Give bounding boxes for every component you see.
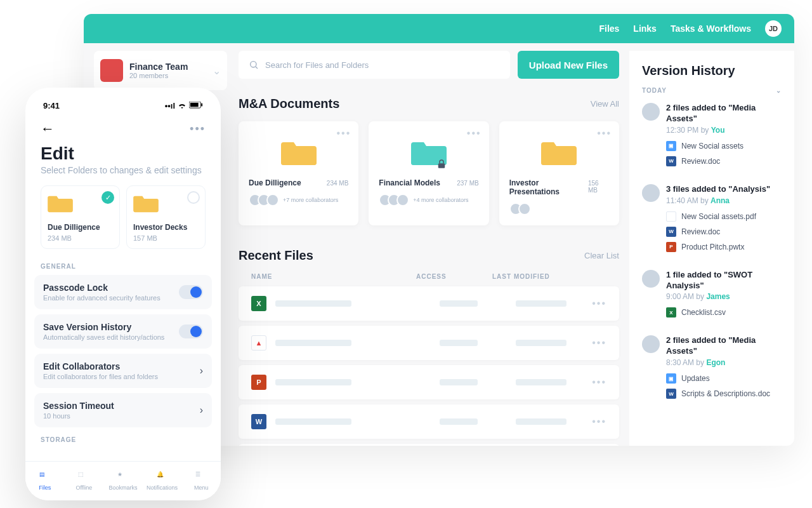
history-file[interactable]: WScripts & Descriptions.doc (666, 389, 782, 399)
file-access-placeholder (440, 418, 478, 425)
status-bar: 9:41 ••ıl (25, 99, 221, 112)
section-title-docs: M&A Documents (239, 97, 339, 111)
more-icon[interactable]: ••• (592, 377, 606, 388)
settings-row[interactable]: Passcode LockEnable for advanced securit… (34, 275, 212, 309)
table-header: NAME ACCESS LAST MODIFIED (239, 273, 619, 280)
history-date-label[interactable]: TODAY ⌄ (642, 87, 782, 94)
history-headline: 1 file added to "SWOT Analysis" (666, 270, 782, 291)
tab-offline[interactable]: ⬚ Offline (65, 462, 104, 500)
file-name-placeholder (275, 300, 351, 307)
battery-icon (189, 101, 203, 110)
toggle[interactable] (179, 324, 203, 338)
view-all-link[interactable]: View All (591, 99, 619, 109)
more-icon[interactable]: ••• (190, 123, 206, 136)
checkbox[interactable]: ✓ (102, 191, 114, 204)
section-label-general: GENERAL (25, 259, 221, 275)
folder-size: 157 MB (133, 234, 199, 242)
mobile-title: Edit (25, 144, 221, 164)
file-modified-placeholder (516, 340, 566, 346)
history-file[interactable]: ▣Updates (666, 373, 782, 384)
folder-name: Due Dilligence (249, 178, 301, 187)
checkbox[interactable] (187, 191, 200, 204)
history-title: Version History (642, 64, 782, 78)
doc-icon: W (666, 227, 676, 237)
team-selector[interactable]: Finance Team 20 members ⌄ (94, 51, 227, 90)
file-modified-placeholder (516, 300, 566, 307)
tab-bookmarks[interactable]: ★ Bookmarks (103, 462, 143, 500)
folder-card[interactable]: ••• Investor Presentations156 MB (499, 121, 619, 225)
history-file[interactable]: ▣New Social assets (666, 141, 782, 151)
tab-bar: ▤ Files ⬚ Offline ★ Bookmarks 🔔 Notifica… (25, 461, 221, 500)
avatar[interactable]: JD (765, 20, 782, 37)
folder-select-card[interactable]: Investor Decks 157 MB (126, 185, 206, 249)
bookmarks-icon: ★ (117, 471, 129, 483)
pdf-icon: ▲ (666, 211, 676, 222)
chevron-down-icon: ⌄ (776, 87, 782, 94)
collab-text: +4 more collaborators (413, 197, 468, 203)
file-row[interactable]: P ••• (239, 365, 619, 399)
folder-card[interactable]: ••• Financial Models237 MB +4 more colla… (369, 121, 488, 225)
ppt-icon: P (666, 242, 676, 252)
section-label-storage: STORAGE (25, 432, 221, 448)
file-name-placeholder (275, 418, 351, 425)
folder-icon (379, 130, 478, 175)
folder-icon (509, 130, 609, 175)
user-avatar (642, 184, 660, 202)
history-file[interactable]: ▲New Social assets.pdf (666, 211, 782, 222)
search-input[interactable]: Search for Files and Folders (239, 51, 510, 79)
folder-card[interactable]: ••• Due Dilligence234 MB +7 more collabo… (239, 121, 358, 225)
team-members: 20 members (129, 72, 188, 79)
history-item: 2 files added to "Media Assets" 8:30 AM … (642, 335, 782, 404)
version-history-panel: Version History TODAY ⌄ 2 files added to… (629, 51, 794, 446)
folder-size: 156 MB (588, 180, 609, 194)
file-row[interactable]: X ••• (239, 286, 619, 321)
user-avatar (642, 103, 660, 121)
settings-row[interactable]: Session Timeout10 hours › (34, 393, 212, 427)
clear-list-link[interactable]: Clear List (584, 251, 619, 260)
history-headline: 3 files added to "Analysis" (666, 184, 782, 195)
pdf-icon: ▲ (251, 335, 266, 351)
file-access-placeholder (440, 300, 478, 307)
file-name-placeholder (275, 379, 351, 385)
xls-icon: X (666, 307, 676, 318)
upload-button[interactable]: Upload New Files (518, 51, 619, 79)
back-button[interactable]: ← (41, 121, 55, 137)
more-icon[interactable]: ••• (592, 337, 606, 349)
folder-name: Investor Presentations (509, 178, 588, 196)
history-file[interactable]: XChecklist.csv (666, 307, 782, 318)
history-item: 1 file added to "SWOT Analysis" 9:00 AM … (642, 270, 782, 323)
nav-links[interactable]: Links (633, 23, 657, 34)
notifications-icon: 🔔 (157, 471, 168, 483)
history-time: 8:30 AM by Egon (666, 358, 782, 367)
file-row[interactable]: ▲ ••• (239, 326, 619, 360)
history-file[interactable]: WReview.doc (666, 227, 782, 237)
folder-size: 234 MB (327, 180, 348, 187)
files-icon: ▤ (39, 471, 51, 483)
folder-select-card[interactable]: ✓ Due Dilligence 234 MB (41, 185, 120, 249)
history-file[interactable]: PProduct Pitch.pwtx (666, 242, 782, 252)
folder-size: 237 MB (457, 180, 478, 187)
nav-files[interactable]: Files (599, 23, 619, 34)
chevron-right-icon: › (200, 365, 203, 377)
tab-notifications[interactable]: 🔔 Notifications (143, 462, 182, 500)
svg-line-1 (256, 67, 258, 69)
history-file[interactable]: WReview.doc (666, 156, 782, 166)
top-nav: Files Links Tasks & Workflows JD (84, 14, 794, 43)
tab-files[interactable]: ▤ Files (25, 462, 65, 500)
nav-tasks[interactable]: Tasks & Workflows (671, 23, 751, 34)
tab-menu[interactable]: ☰ Menu (181, 462, 221, 500)
folder-name: Investor Decks (133, 223, 199, 232)
file-row[interactable]: ▲ ••• (239, 444, 619, 446)
history-item: 2 files added to "Media Assets" 12:30 PM… (642, 103, 782, 171)
file-row[interactable]: W ••• (239, 404, 619, 439)
settings-row[interactable]: Save Version HistoryAutomatically saves … (34, 314, 212, 349)
section-title-recent: Recent Files (239, 248, 313, 263)
settings-row[interactable]: Edit CollaboratorsEdit collaborators for… (34, 354, 212, 388)
more-icon[interactable]: ••• (592, 298, 606, 309)
main-content: Search for Files and Folders Upload New … (239, 51, 619, 446)
svg-rect-5 (201, 103, 202, 106)
search-icon (249, 60, 259, 70)
toggle[interactable] (179, 285, 203, 299)
wifi-icon (178, 101, 187, 110)
more-icon[interactable]: ••• (592, 416, 606, 427)
